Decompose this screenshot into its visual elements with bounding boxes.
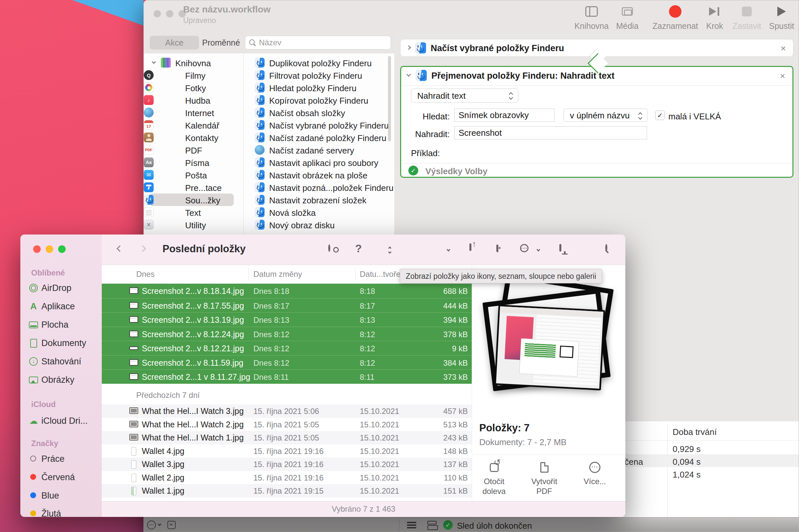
tab-variables[interactable]: Proměnné [199, 36, 243, 50]
help-icon[interactable]: ? [355, 242, 362, 255]
quick-action-rotate[interactable]: Otočit doleva [473, 458, 515, 496]
file-row[interactable]: What the Hel...I Watch 2.jpg15. října 20… [102, 418, 472, 431]
log-list-icon[interactable] [407, 522, 416, 523]
sidebar-tag-prace[interactable]: Práce [25, 452, 97, 466]
display-icon[interactable] [559, 245, 561, 251]
toolbar-button-run[interactable]: Spustit [753, 4, 799, 31]
column-header-modified[interactable]: Datum změny [253, 270, 302, 279]
library-item-utility[interactable]: ✕Utility [144, 218, 243, 231]
library-item-soubory-selected[interactable]: Sou...žky [144, 193, 243, 206]
file-row-selected[interactable]: Screenshot 2...v 8.13.19.jpgDnes 8:138:1… [102, 312, 472, 327]
action-row[interactable]: Nastavit obrázek na ploše [243, 169, 393, 181]
action-row[interactable]: Nový obraz disku [243, 218, 393, 231]
find-input[interactable] [455, 109, 554, 121]
file-row-selected[interactable]: Screenshot 2...1 v 8.11.27.jpgDnes 8:118… [102, 369, 472, 384]
minimize-button[interactable] [166, 10, 173, 17]
disclosure-chevron-icon[interactable] [406, 72, 411, 77]
options-button[interactable]: Volby [465, 166, 488, 176]
column-divider[interactable] [355, 268, 356, 281]
tag-icon[interactable] [496, 246, 498, 251]
close-icon[interactable]: × [780, 71, 785, 81]
file-row[interactable]: Wallet 2.jpg15. října 2021 19:1615.10.20… [102, 471, 472, 484]
quick-action-create-pdf[interactable]: Vytvořit PDF [523, 458, 566, 496]
sidebar-item-documents[interactable]: Dokumenty [25, 336, 97, 350]
sidebar-item-icloud-drive[interactable]: ☁iCloud Dri... [25, 414, 97, 428]
close-button[interactable] [33, 245, 41, 253]
sidebar-tag-zluta[interactable]: Žlutá [25, 507, 97, 517]
file-row[interactable]: What the Hel...I Watch 3.jpg15. října 20… [102, 404, 472, 418]
quick-action-more[interactable]: ··· Více... [574, 458, 616, 487]
library-item-posta[interactable]: ✉Pošta [144, 169, 243, 181]
log-panels-icon[interactable] [428, 521, 437, 525]
library-item-kalendar[interactable]: 17Kalendář [144, 119, 243, 131]
tab-actions[interactable]: Akce [150, 36, 199, 50]
log-filter-icon[interactable] [167, 521, 176, 529]
chevron-down-icon[interactable] [158, 522, 161, 526]
action-search-field[interactable] [245, 36, 391, 50]
share-icon[interactable] [469, 244, 471, 250]
library-item-filmy[interactable]: QFilmy [144, 69, 243, 81]
file-row-selected[interactable]: Screenshot 2...v 8.18.14.jpgDnes 8:188:1… [102, 284, 472, 298]
sidebar-tag-cervena[interactable]: Červená [25, 470, 97, 484]
sidebar-item-desktop[interactable]: Plocha [25, 318, 97, 332]
action-row[interactable]: Nastavit aplikaci pro soubory [243, 156, 393, 169]
action-row[interactable]: Načíst vybrané položky Finderu [243, 119, 393, 131]
action-row[interactable]: Duplikovat položky Finderu [243, 56, 393, 69]
preview-eye-icon[interactable] [328, 245, 330, 251]
library-item-text[interactable]: Text [144, 206, 243, 218]
action-row[interactable]: Nastavit zobrazení složek [243, 193, 393, 206]
disclosure-chevron-icon[interactable] [406, 45, 411, 50]
action-row[interactable]: Načíst zadané položky Finderu [243, 131, 393, 144]
action-row[interactable]: Nastavit pozná...položek Finderu [243, 181, 393, 193]
log-menu-icon[interactable]: ··· [147, 520, 156, 529]
file-row-selected[interactable]: Screenshot 2...v 8.17.55.jpgDnes 8:178:1… [102, 298, 472, 312]
file-row-selected[interactable]: Screenshot 2...v 8.12.24.jpgDnes 8:128:1… [102, 327, 472, 341]
file-row[interactable]: What the Hel...I Watch 1.jpg15. října 20… [102, 431, 472, 444]
sidebar-item-airdrop[interactable]: AirDrop [25, 281, 97, 295]
action-row[interactable]: Filtrovat položky Finderu [243, 69, 393, 81]
case-checkbox[interactable]: ✓ [655, 111, 665, 120]
file-row-selected[interactable]: Screenshot 2...v 8.12.21.jpgDnes 8:128:1… [102, 341, 472, 355]
file-row[interactable]: Wallet 4.jpg15. října 2021 19:1615.10.20… [102, 444, 472, 458]
file-row-selected[interactable]: Screenshot 2...v 8.11.59.jpgDnes 8:128:1… [102, 355, 472, 369]
disclosure-chevron-icon[interactable] [152, 60, 156, 64]
action-row[interactable]: Hledat položky Finderu [243, 81, 393, 94]
mode-select[interactable]: Nahradit text [411, 89, 518, 103]
sidebar-item-downloads[interactable]: ↓Stahování [25, 354, 97, 369]
action-row[interactable]: Načíst obsah složky [243, 106, 393, 119]
actions-scrollbar[interactable] [388, 56, 391, 141]
close-icon[interactable]: × [781, 43, 786, 54]
replace-input[interactable] [455, 127, 647, 139]
library-root-row[interactable]: Knihovna [144, 56, 243, 69]
library-item-hudba[interactable]: ♪Hudba [144, 94, 243, 106]
workflow-action-rename[interactable]: Přejmenovat položky Finderu: Nahradit te… [400, 66, 794, 178]
action-row[interactable]: Načíst zadané servery [243, 144, 393, 156]
search-icon[interactable] [605, 245, 607, 251]
minimize-button[interactable] [46, 245, 53, 253]
close-button[interactable] [153, 10, 161, 17]
column-divider[interactable] [248, 268, 249, 281]
library-item-pdf[interactable]: PDFPDF [144, 144, 243, 156]
sidebar-item-pictures[interactable]: Obrázky [25, 373, 97, 387]
find-field[interactable] [454, 109, 555, 122]
sidebar-item-applications[interactable]: AAplikace [25, 299, 97, 314]
file-row[interactable]: Wallet 1.jpg15. října 2021 19:1515.10.20… [102, 484, 472, 497]
replace-field[interactable] [454, 126, 647, 139]
search-input[interactable] [259, 37, 387, 48]
library-item-prezentace[interactable]: Pre...tace [144, 181, 243, 193]
zoom-button[interactable] [58, 245, 66, 253]
file-row[interactable]: Wallet 3.jpg15. října 2021 19:1615.10.20… [102, 458, 472, 471]
file-thumbnail-icon [131, 474, 136, 482]
results-button[interactable]: Výsledky [425, 166, 462, 176]
tag-blue-icon [30, 492, 36, 498]
library-item-internet[interactable]: Internet [144, 106, 243, 119]
library-item-pisma[interactable]: AaPísma [144, 156, 243, 169]
more-actions-icon[interactable]: ··· [520, 244, 528, 252]
library-item-kontakty[interactable]: Kontakty [144, 131, 243, 144]
action-row[interactable]: Nová složka [243, 206, 393, 218]
column-header-created[interactable]: Datu...tvořen [360, 270, 405, 279]
action-row[interactable]: Kopírovat položky Finderu [243, 94, 393, 106]
scope-select[interactable]: v úplném názvu [564, 109, 648, 122]
library-item-fotky[interactable]: Fotky [144, 81, 243, 94]
sidebar-tag-blue[interactable]: Blue [25, 488, 97, 503]
